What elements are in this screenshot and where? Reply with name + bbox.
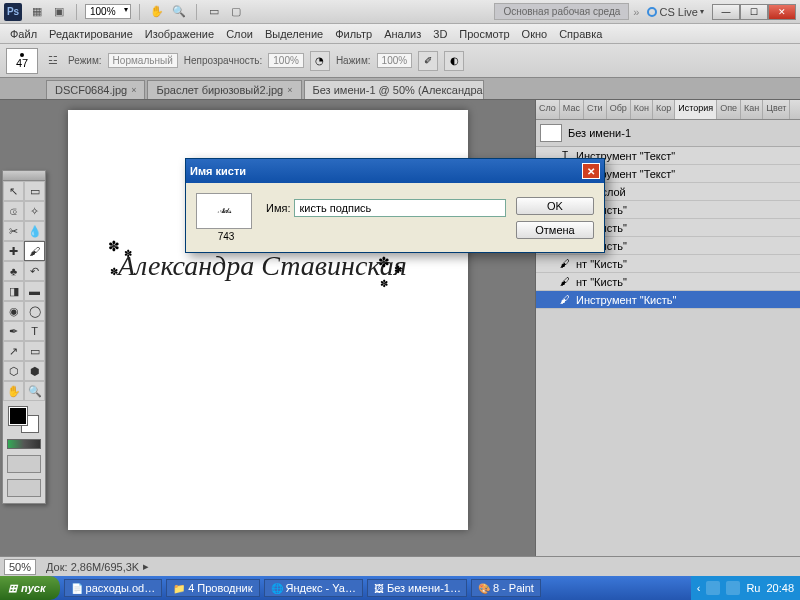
hand-icon[interactable]: ✋	[148, 3, 166, 21]
brush-tool[interactable]: 🖌	[24, 241, 45, 261]
lasso-tool[interactable]: ⟃	[3, 201, 24, 221]
windows-icon: ⊞	[8, 582, 17, 595]
blur-tool[interactable]: ◉	[3, 301, 24, 321]
zoom-field[interactable]: 50%	[4, 559, 36, 575]
app-icon: Ps	[4, 3, 22, 21]
menu-analysis[interactable]: Анализ	[378, 26, 427, 42]
type-tool[interactable]: T	[24, 321, 45, 341]
doc-tab-1[interactable]: Браслет бирюзовый2.jpg×	[147, 80, 301, 99]
clock[interactable]: 20:48	[766, 582, 794, 594]
history-step-icon: 🖌	[558, 275, 572, 289]
workspace-switcher[interactable]: Основная рабочая среда	[494, 3, 629, 20]
history-item[interactable]: ▸🖌Инструмент "Кисть"	[536, 291, 800, 309]
zoom-dropdown[interactable]: 100%	[85, 4, 131, 19]
menu-image[interactable]: Изображение	[139, 26, 220, 42]
3d-cam-tool[interactable]: ⬢	[24, 361, 45, 381]
gradient-tool[interactable]: ▬	[24, 281, 45, 301]
screenmode-button[interactable]	[7, 479, 41, 497]
toolbox-grip[interactable]	[3, 171, 45, 181]
ptab-kon[interactable]: Кон	[631, 100, 653, 119]
path-tool[interactable]: ↗	[3, 341, 24, 361]
crop-tool[interactable]: ✂	[3, 221, 24, 241]
wand-tool[interactable]: ✧	[24, 201, 45, 221]
menu-file[interactable]: Файл	[4, 26, 43, 42]
task-item[interactable]: 🎨8 - Paint	[471, 579, 541, 597]
menu-layer[interactable]: Слои	[220, 26, 259, 42]
dialog-titlebar[interactable]: Имя кисти ✕	[186, 159, 604, 183]
eraser-tool[interactable]: ◨	[3, 281, 24, 301]
history-step-icon: 🖌	[558, 257, 572, 271]
close-icon[interactable]: ×	[287, 85, 292, 95]
zoom-tool[interactable]: 🔍	[24, 381, 45, 401]
history-brush-tool[interactable]: ↶	[24, 261, 45, 281]
history-item[interactable]: 🖌нт "Кисть"	[536, 255, 800, 273]
tray-icon[interactable]	[706, 581, 720, 595]
menu-filter[interactable]: Фильтр	[329, 26, 378, 42]
menu-view[interactable]: Просмотр	[453, 26, 515, 42]
dialog-close-button[interactable]: ✕	[582, 163, 600, 179]
history-item[interactable]: 🖌нт "Кисть"	[536, 273, 800, 291]
minimize-button[interactable]: —	[712, 4, 740, 20]
fg-color[interactable]	[9, 407, 27, 425]
minibridge-icon[interactable]: ▣	[50, 3, 68, 21]
brush-preset-picker[interactable]: 47	[6, 48, 38, 74]
menu-help[interactable]: Справка	[553, 26, 608, 42]
flow-field[interactable]: 100%	[377, 53, 413, 68]
ptab-layers[interactable]: Сло	[536, 100, 560, 119]
menu-select[interactable]: Выделение	[259, 26, 329, 42]
ptab-masks[interactable]: Мас	[560, 100, 584, 119]
menu-edit[interactable]: Редактирование	[43, 26, 139, 42]
zoom-icon[interactable]: 🔍	[170, 3, 188, 21]
ptab-kor[interactable]: Кор	[653, 100, 675, 119]
history-snapshot-thumb[interactable]	[540, 124, 562, 142]
tray-expand-icon[interactable]: ‹	[697, 582, 701, 594]
bridge-icon[interactable]: ▦	[28, 3, 46, 21]
tablet-pressure-icon[interactable]: ◐	[444, 51, 464, 71]
brush-name-input[interactable]	[294, 199, 506, 217]
cs-live[interactable]: CS Live ▾	[647, 6, 704, 18]
close-icon[interactable]: ×	[131, 85, 136, 95]
start-button[interactable]: ⊞ пуск	[0, 576, 60, 600]
screen-icon[interactable]: ▢	[227, 3, 245, 21]
quickmask-button[interactable]	[7, 455, 41, 473]
airbrush-icon[interactable]: ✐	[418, 51, 438, 71]
dodge-tool[interactable]: ◯	[24, 301, 45, 321]
ptab-actions[interactable]: Опе	[717, 100, 741, 119]
ptab-color[interactable]: Цвет	[763, 100, 790, 119]
3d-tool[interactable]: ⬡	[3, 361, 24, 381]
tray-icon[interactable]	[726, 581, 740, 595]
doc-tab-2[interactable]: Без имени-1 @ 50% (Александра Ставинская…	[304, 80, 484, 99]
menu-3d[interactable]: 3D	[427, 26, 453, 42]
ok-button[interactable]: OK	[516, 197, 594, 215]
tab-label: DSCF0684.jpg	[55, 84, 127, 96]
arrange-icon[interactable]: ▭	[205, 3, 223, 21]
task-item[interactable]: 🖼Без имени-1…	[367, 579, 467, 597]
menu-window[interactable]: Окно	[516, 26, 554, 42]
opacity-pressure-icon[interactable]: ◔	[310, 51, 330, 71]
color-swatches[interactable]	[9, 407, 39, 433]
ptab-history[interactable]: История	[675, 100, 717, 119]
brush-panel-icon[interactable]: ☳	[44, 52, 62, 70]
ptab-styles[interactable]: Сти	[584, 100, 607, 119]
deco-icon: ✽	[394, 264, 402, 275]
shape-tool[interactable]: ▭	[24, 341, 45, 361]
ptab-samples[interactable]: Обр	[607, 100, 631, 119]
eyedropper-tool[interactable]: 💧	[24, 221, 45, 241]
doc-tab-0[interactable]: DSCF0684.jpg×	[46, 80, 145, 99]
heal-tool[interactable]: ✚	[3, 241, 24, 261]
marquee-tool[interactable]: ▭	[24, 181, 45, 201]
lang-indicator[interactable]: Ru	[746, 582, 760, 594]
stamp-tool[interactable]: ♣	[3, 261, 24, 281]
pen-tool[interactable]: ✒	[3, 321, 24, 341]
mode-dropdown[interactable]: Нормальный	[108, 53, 178, 68]
ptab-channels[interactable]: Кан	[741, 100, 763, 119]
move-tool[interactable]: ↖	[3, 181, 24, 201]
task-item[interactable]: 🌐Яндекс - Ya…	[264, 579, 363, 597]
opacity-field[interactable]: 100%	[268, 53, 304, 68]
maximize-button[interactable]: ☐	[740, 4, 768, 20]
task-item[interactable]: 📁4 Проводник	[166, 579, 259, 597]
close-button[interactable]: ✕	[768, 4, 796, 20]
cancel-button[interactable]: Отмена	[516, 221, 594, 239]
hand-tool[interactable]: ✋	[3, 381, 24, 401]
task-item[interactable]: 📄расходы.od…	[64, 579, 163, 597]
